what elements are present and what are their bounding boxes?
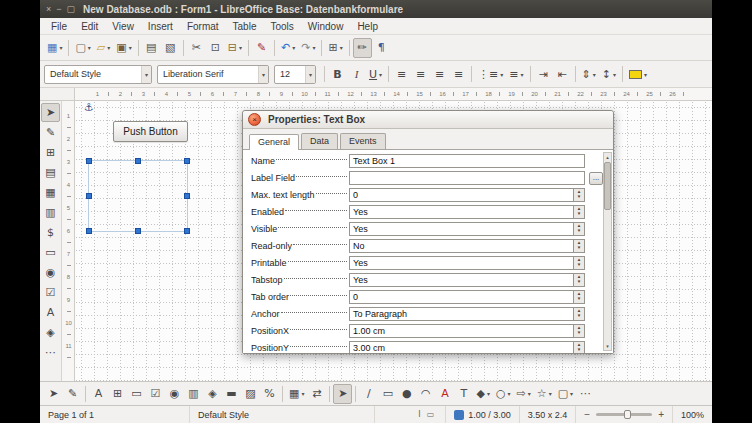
stars-banners-button[interactable]: ☆▾ [534, 384, 555, 404]
chevron-down-icon[interactable]: ▾ [613, 71, 616, 78]
ordered-list-button[interactable]: ≡▾ [506, 64, 526, 84]
table-control-button[interactable]: ▦▾ [286, 384, 307, 404]
zoom-track[interactable] [596, 413, 652, 416]
chevron-down-icon[interactable]: ▾ [528, 390, 531, 397]
undo-button[interactable]: ↶▾ [278, 38, 298, 58]
copy-button[interactable]: ⊡ [206, 38, 225, 58]
formatted-field-button[interactable]: % [260, 384, 279, 404]
text-box-button[interactable]: ▭ [41, 243, 60, 262]
chevron-down-icon[interactable]: ▾ [239, 44, 242, 51]
curve-button[interactable]: ◠ [416, 384, 435, 404]
field-printable[interactable]: Yes▲▼ [349, 256, 585, 270]
ellipse-button[interactable]: ● [397, 384, 416, 404]
italic-button[interactable]: I [347, 64, 366, 84]
underline-button[interactable]: U▾ [366, 64, 385, 84]
align-justify-button[interactable]: ≡ [449, 64, 468, 84]
field-read-only[interactable]: No▲▼ [349, 239, 585, 253]
field-enabled[interactable]: Yes▲▼ [349, 205, 585, 219]
titlebar[interactable]: ×−▢ New Database.odb : Form1 - LibreOffi… [40, 0, 712, 18]
spinner-buttons[interactable]: ▲▼ [573, 291, 584, 303]
select-control-button[interactable]: ➤ [44, 384, 63, 404]
label-field-button[interactable]: A [41, 303, 60, 322]
new-form-button[interactable]: ▦▾ [44, 38, 65, 58]
basic-shapes-button[interactable]: ◆▾ [473, 384, 492, 404]
decrease-indent-button[interactable]: ⇤ [553, 64, 572, 84]
zoom-percent[interactable]: 100% [673, 406, 712, 423]
more-button[interactable]: ⋯ [576, 384, 595, 404]
chevron-down-icon[interactable]: ▾ [593, 71, 596, 78]
zoom-thumb[interactable] [624, 410, 631, 419]
field-name[interactable]: Text Box 1 [349, 154, 585, 168]
increase-indent-button[interactable]: ⇥ [534, 64, 553, 84]
spinner-buttons[interactable]: ▲▼ [573, 189, 584, 201]
chevron-down-icon[interactable]: ▾ [292, 44, 295, 51]
menu-file[interactable]: File [44, 20, 74, 33]
spinner-buttons[interactable]: ▲▼ [573, 223, 584, 235]
horizontal-ruler[interactable]: 1234567891011121314151617181920212223242… [75, 88, 712, 101]
scrollbar-thumb[interactable] [604, 162, 611, 210]
paste-button[interactable]: ⊟▾ [225, 38, 245, 58]
list-box-button[interactable]: ▥ [41, 203, 60, 222]
spinner-buttons[interactable]: ▲▼ [573, 308, 584, 320]
scroll-down-icon[interactable]: ▾ [606, 342, 609, 350]
cut-button[interactable]: ✂ [187, 38, 206, 58]
chevron-down-icon[interactable]: ▾ [549, 390, 552, 397]
open-button[interactable]: ▱▾ [94, 38, 113, 58]
menu-edit[interactable]: Edit [74, 20, 105, 33]
check-box-button[interactable]: ☑ [146, 384, 165, 404]
paragraph-style-combo[interactable]: Default Style ▾ [44, 65, 152, 84]
page-status[interactable]: Page 1 of 1 [40, 406, 190, 423]
insert-table-button[interactable]: ⊞▾ [325, 38, 345, 58]
combo-box-button[interactable]: ◈ [41, 323, 60, 342]
field-positionx[interactable]: 1.00 cm▲▼ [349, 324, 585, 338]
scroll-up-icon[interactable]: ▴ [606, 153, 609, 161]
chevron-down-icon[interactable]: ▾ [129, 44, 132, 51]
menu-table[interactable]: Table [226, 20, 264, 33]
callouts-button[interactable]: ▢▾ [555, 384, 576, 404]
mode-status[interactable]: I ▭ [407, 406, 446, 423]
save-button[interactable]: ▣▾ [113, 38, 134, 58]
table-control-button[interactable]: ▦ [41, 183, 60, 202]
chevron-down-icon[interactable]: ▾ [570, 390, 573, 397]
selection-handle-n[interactable] [135, 158, 141, 164]
chevron-down-icon[interactable]: ▾ [301, 390, 304, 397]
selection-handle-s[interactable] [135, 228, 141, 234]
field-label-field[interactable] [349, 171, 585, 185]
option-button-button[interactable]: ◉ [165, 384, 184, 404]
field-max-text-length[interactable]: 0▲▼ [349, 188, 585, 202]
tab-general[interactable]: General [249, 134, 299, 150]
print-button[interactable]: ▤ [142, 38, 161, 58]
rectangle-button[interactable]: ▭ [378, 384, 397, 404]
maximize-window-button[interactable]: ▢ [67, 5, 76, 14]
block-arrows-button[interactable]: ⇨▾ [514, 384, 534, 404]
chevron-down-icon[interactable]: ▾ [487, 390, 490, 397]
tab-events[interactable]: Events [340, 133, 386, 149]
page-style-status[interactable]: Default Style [190, 406, 375, 423]
more-controls-button[interactable]: ⋯ [41, 343, 60, 362]
chevron-down-icon[interactable]: ▾ [500, 71, 503, 78]
chevron-down-icon[interactable]: ▾ [88, 44, 91, 51]
form-button[interactable]: ▤ [41, 163, 60, 182]
draw-button[interactable]: ✎ [63, 384, 82, 404]
selection-handle-ne[interactable] [184, 158, 190, 164]
menu-insert[interactable]: Insert [141, 20, 180, 33]
paragraph-spacing-button[interactable]: ↕▾ [599, 64, 619, 84]
font-size-combo[interactable]: 12 ▾ [274, 65, 316, 84]
selection-handle-w[interactable] [86, 193, 92, 199]
image-button-button[interactable]: ▨ [241, 384, 260, 404]
selection-handle-se[interactable] [184, 228, 190, 234]
line-spacing-button[interactable]: ⇕▾ [579, 64, 599, 84]
bold-button[interactable]: B [328, 64, 347, 84]
field-tabstop[interactable]: Yes▲▼ [349, 273, 585, 287]
push-button-control[interactable]: Push Button [113, 121, 188, 142]
chevron-down-icon[interactable]: ▾ [521, 71, 524, 78]
browse-button[interactable]: ... [589, 172, 603, 185]
menu-window[interactable]: Window [301, 20, 351, 33]
align-center-button[interactable]: ≡ [411, 64, 430, 84]
navigation-bar-button[interactable]: ⇄ [307, 384, 326, 404]
group-box-button[interactable]: ⊞ [108, 384, 127, 404]
vertical-ruler[interactable]: 1234567891011 [62, 101, 75, 381]
menu-help[interactable]: Help [350, 20, 385, 33]
insert-text-button[interactable]: T [454, 384, 473, 404]
option-button-button[interactable]: ◉ [41, 263, 60, 282]
